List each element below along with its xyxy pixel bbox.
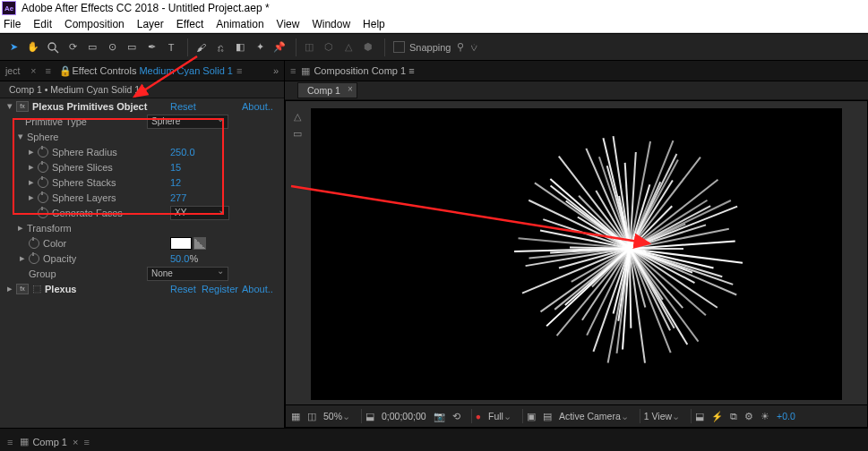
reset-link[interactable]: Reset <box>170 284 196 294</box>
panel-menu-icon[interactable]: ≡ <box>7 437 13 447</box>
resolution-dropdown[interactable]: Full <box>488 411 511 421</box>
plexus-primitives-header[interactable]: ▾ fx Plexus Primitives Object Reset Abou… <box>0 98 284 114</box>
twirl-right-icon[interactable]: ▸ <box>7 283 16 294</box>
twirl-down-icon[interactable]: ▾ <box>18 131 27 142</box>
twirl-down-icon[interactable]: ▾ <box>7 100 16 112</box>
plexus-effect-header[interactable]: ▸ fx ⬚ Plexus Reset Register About.. <box>0 281 284 296</box>
composition-viewer[interactable]: △ ▭ ▦ ◫ 50% ⬓ 0;00;00;00 📷 ⟲ ● Full ▣ <box>285 100 868 428</box>
sphere-radius-value[interactable]: 250.0 <box>170 147 195 157</box>
twirl-right-icon[interactable]: ▸ <box>29 176 38 188</box>
opacity-value[interactable]: 50.0% <box>170 253 198 264</box>
camera-tool-icon[interactable]: ▭ <box>84 39 100 55</box>
snapping-checkbox-icon[interactable] <box>393 41 405 53</box>
generate-faces-dropdown[interactable]: XY <box>170 206 229 220</box>
twirl-right-icon[interactable]: ▸ <box>18 222 27 234</box>
stopwatch-icon[interactable] <box>38 177 48 188</box>
twirl-right-icon[interactable]: ▸ <box>29 191 38 203</box>
mask-toggle-icon[interactable]: ◫ <box>307 411 316 421</box>
effect-controls-tab[interactable]: Effect Controls <box>72 65 136 76</box>
panel-menu-icon[interactable]: ≡ <box>285 65 301 76</box>
panel-menu-icon[interactable]: ≡ <box>41 65 57 76</box>
clone-tool-icon[interactable]: ⎌ <box>212 39 228 55</box>
selection-tool-icon[interactable]: ➤ <box>5 39 21 55</box>
brainstorm-icon[interactable]: ⚙ <box>744 411 753 421</box>
register-link[interactable]: Register <box>202 284 238 294</box>
snapping-chevron-icon[interactable]: ⩒ <box>469 42 479 53</box>
menu-file[interactable]: File <box>4 18 21 30</box>
show-snapshot-icon[interactable]: ⟲ <box>452 411 460 421</box>
fx-badge-icon[interactable]: fx <box>16 284 29 294</box>
camera-dropdown[interactable]: Active Camera <box>559 411 629 421</box>
reset-link[interactable]: Reset <box>170 101 196 112</box>
sphere-stacks-value[interactable]: 12 <box>170 177 181 188</box>
view-dropdown[interactable]: 1 View <box>644 411 680 421</box>
menu-help[interactable]: Help <box>363 18 385 30</box>
snapshot-icon[interactable]: 📷 <box>434 411 445 422</box>
eyedropper-icon[interactable] <box>193 237 206 250</box>
menu-layer[interactable]: Layer <box>137 18 164 30</box>
shape-tool-icon[interactable]: ▭ <box>124 39 140 55</box>
menu-window[interactable]: Window <box>312 18 350 30</box>
project-tab[interactable]: ject <box>0 65 25 76</box>
resolution-icon[interactable]: ⬓ <box>365 411 374 421</box>
tab-chevron-icon[interactable]: » <box>273 65 279 76</box>
roto-tool-icon[interactable]: ✦ <box>252 39 268 55</box>
menu-effect[interactable]: Effect <box>176 18 203 30</box>
puppet-tool-icon[interactable]: 📌 <box>271 39 288 55</box>
render-canvas[interactable] <box>311 108 842 400</box>
stopwatch-icon[interactable] <box>38 147 48 157</box>
channel-icon[interactable]: △ <box>294 111 301 123</box>
sphere-layers-value[interactable]: 277 <box>170 192 186 203</box>
about-link[interactable]: About.. <box>242 284 273 294</box>
fx-badge-icon[interactable]: fx <box>16 101 29 112</box>
transform-group-row[interactable]: ▸ Transform <box>0 220 284 235</box>
pixel-aspect-icon[interactable]: ⬓ <box>695 411 704 421</box>
timeline-tab[interactable]: Comp 1 <box>32 437 67 447</box>
tab-overflow-icon[interactable]: ≡ <box>83 437 89 447</box>
exposure-reset-icon[interactable]: ☀ <box>761 411 769 421</box>
group-dropdown[interactable]: None <box>147 267 228 281</box>
eraser-tool-icon[interactable]: ◧ <box>232 39 248 55</box>
zoom-tool-icon[interactable] <box>45 39 61 55</box>
menu-animation[interactable]: Animation <box>216 18 263 30</box>
grid-toggle-icon[interactable]: ▦ <box>291 411 300 421</box>
orbit-tool-icon[interactable]: ⟳ <box>64 39 81 55</box>
stopwatch-icon[interactable] <box>29 238 39 249</box>
menu-edit[interactable]: Edit <box>33 18 52 30</box>
tab-overflow-icon[interactable]: ≡ <box>233 65 249 76</box>
sphere-group-row[interactable]: ▾ Sphere <box>0 129 284 144</box>
stopwatch-icon[interactable] <box>38 162 48 173</box>
fast-preview-icon[interactable]: ⚡ <box>711 411 723 422</box>
panel-lock-icon[interactable]: 🔒 <box>59 65 72 77</box>
stopwatch-icon[interactable] <box>29 253 39 264</box>
main-menu[interactable]: File Edit Composition Layer Effect Anima… <box>0 16 868 33</box>
pen-tool-icon[interactable]: ✒ <box>143 39 159 55</box>
brush-tool-icon[interactable]: 🖌 <box>193 39 209 55</box>
about-link[interactable]: About.. <box>242 101 273 112</box>
effect-controls-layer[interactable]: Medium Cyan Solid 1 <box>139 65 233 76</box>
twirl-right-icon[interactable]: ▸ <box>20 252 29 264</box>
comp-tab[interactable]: Comp 1 <box>297 82 357 98</box>
tab-close-icon[interactable] <box>67 437 78 447</box>
primitive-type-dropdown[interactable]: Sphere <box>147 115 228 129</box>
color-swatch[interactable] <box>170 237 192 250</box>
transparency-grid-icon[interactable]: ▤ <box>543 411 552 421</box>
sphere-slices-value[interactable]: 15 <box>170 162 181 173</box>
type-tool-icon[interactable]: T <box>163 39 179 55</box>
timeline-sync-icon[interactable]: ⧉ <box>730 411 737 422</box>
menu-composition[interactable]: Composition <box>64 18 125 30</box>
hand-tool-icon[interactable]: ✋ <box>25 39 41 55</box>
tab-close-icon[interactable]: × <box>25 65 41 76</box>
twirl-right-icon[interactable]: ▸ <box>29 146 38 157</box>
alpha-icon[interactable]: ▭ <box>293 128 302 140</box>
menu-view[interactable]: View <box>277 18 300 30</box>
channel-red-icon[interactable]: ● <box>476 411 481 421</box>
zoom-dropdown[interactable]: 50% <box>323 411 350 421</box>
snapping-opts-icon[interactable]: ⚲ <box>457 41 464 53</box>
timecode-display[interactable]: 0;00;00;00 <box>382 411 426 421</box>
stopwatch-icon[interactable] <box>38 208 48 218</box>
roi-icon[interactable]: ▣ <box>527 411 536 421</box>
snapping-toggle[interactable]: Snapping ⚲ ⩒ <box>393 41 479 53</box>
pan-behind-tool-icon[interactable]: ⊙ <box>104 39 120 55</box>
twirl-right-icon[interactable]: ▸ <box>29 161 38 173</box>
